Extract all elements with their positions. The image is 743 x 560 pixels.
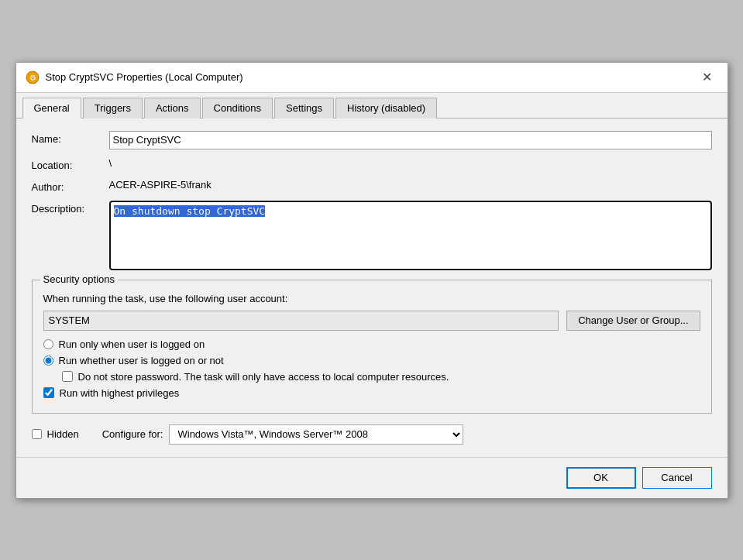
description-textarea[interactable] — [109, 201, 712, 270]
tab-actions[interactable]: Actions — [144, 98, 201, 119]
security-title: Security options — [40, 273, 119, 285]
run-highest-privileges-label: Run with highest privileges — [60, 387, 180, 399]
tab-general[interactable]: General — [22, 98, 81, 119]
hidden-label: Hidden — [47, 428, 79, 440]
name-label: Name: — [32, 131, 109, 145]
description-row: Description: — [32, 201, 712, 270]
do-not-store-password-row: Do not store password. The task will onl… — [62, 371, 700, 383]
do-not-store-checkbox[interactable] — [62, 371, 73, 382]
location-value: \ — [109, 157, 112, 169]
tab-settings[interactable]: Settings — [274, 98, 334, 119]
description-label: Description: — [32, 201, 109, 215]
configure-for-select[interactable]: Windows Vista™, Windows Server™ 2008 Win… — [169, 424, 463, 445]
radio-not-logged-on-label: Run whether user is logged on or not — [59, 355, 224, 366]
author-label: Author: — [32, 179, 109, 193]
dialog-title: Stop CryptSVC Properties (Local Computer… — [46, 71, 243, 83]
location-label: Location: — [32, 157, 109, 171]
radio-logged-on[interactable] — [43, 339, 53, 349]
content-area: Name: Location: \ Author: ACER-ASPIRE-5\… — [16, 119, 728, 457]
app-icon: ⚙ — [26, 70, 40, 84]
radio-not-logged-on[interactable] — [43, 356, 53, 366]
dialog-window: ⚙ Stop CryptSVC Properties (Local Comput… — [15, 62, 728, 499]
title-bar: ⚙ Stop CryptSVC Properties (Local Comput… — [16, 63, 728, 93]
tab-conditions[interactable]: Conditions — [202, 98, 273, 119]
bottom-section: Hidden Configure for: Windows Vista™, Wi… — [32, 424, 712, 445]
hidden-row: Hidden — [32, 428, 79, 440]
tab-bar: General Triggers Actions Conditions Sett… — [16, 93, 728, 119]
run-highest-privileges-checkbox[interactable] — [43, 387, 54, 398]
svg-text:⚙: ⚙ — [29, 74, 36, 82]
author-value: ACER-ASPIRE-5\frank — [109, 179, 212, 191]
name-row: Name: — [32, 131, 712, 149]
name-input[interactable] — [109, 131, 712, 149]
user-account-input[interactable] — [43, 311, 559, 331]
user-account-row: Change User or Group... — [43, 311, 700, 331]
radio-logged-on-label: Run only when user is logged on — [59, 338, 205, 350]
radio-logged-on-row: Run only when user is logged on — [43, 338, 700, 350]
cancel-button[interactable]: Cancel — [642, 467, 712, 489]
change-user-button[interactable]: Change User or Group... — [566, 311, 700, 331]
do-not-store-label: Do not store password. The task will onl… — [78, 371, 449, 383]
configure-for-label: Configure for: — [102, 428, 163, 440]
ok-button[interactable]: OK — [566, 467, 636, 489]
dialog-buttons: OK Cancel — [16, 457, 728, 498]
tab-history[interactable]: History (disabled) — [335, 98, 437, 119]
author-row: Author: ACER-ASPIRE-5\frank — [32, 179, 712, 193]
location-row: Location: \ — [32, 157, 712, 171]
security-subtitle: When running the task, use the following… — [43, 293, 700, 304]
radio-not-logged-on-row: Run whether user is logged on or not — [43, 355, 700, 366]
security-options-section: Security options When running the task, … — [32, 280, 712, 414]
run-highest-privileges-row: Run with highest privileges — [43, 387, 700, 399]
close-button[interactable]: ✕ — [697, 69, 718, 86]
hidden-checkbox[interactable] — [32, 429, 42, 439]
tab-triggers[interactable]: Triggers — [83, 98, 143, 119]
